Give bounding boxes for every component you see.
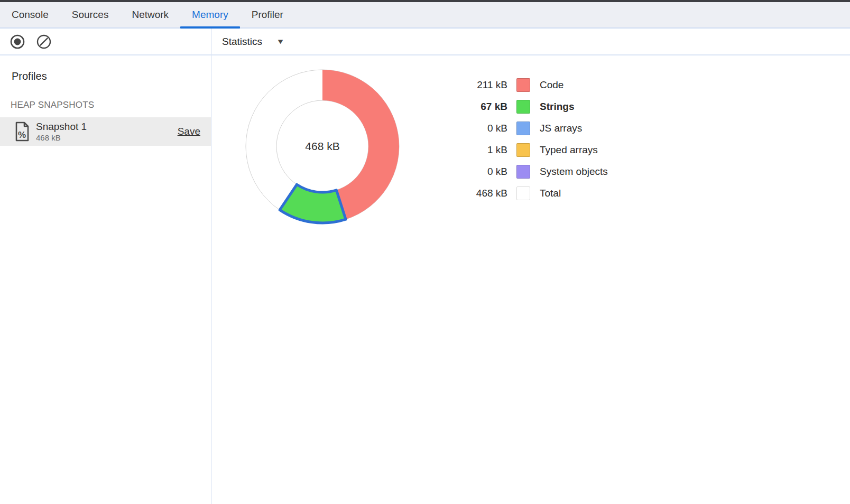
legend-swatch-system-objects [516, 165, 530, 179]
tab-sources[interactable]: Sources [60, 2, 121, 27]
legend-value: 1 kB [447, 144, 507, 156]
legend-row-system-objects[interactable]: 0 kBSystem objects [447, 161, 608, 182]
heap-snapshot-file-icon: % [15, 122, 30, 142]
legend-row-total[interactable]: 468 kBTotal [447, 182, 608, 204]
profiles-title: Profiles [0, 55, 211, 82]
view-toolbar: Statistics ▼ [211, 29, 850, 54]
snapshot-text: Snapshot 1 468 kB [36, 122, 178, 142]
legend-value: 0 kB [447, 166, 507, 178]
tab-console[interactable]: Console [0, 2, 60, 27]
save-link[interactable]: Save [178, 126, 200, 137]
legend-swatch-js-arrays [516, 122, 530, 135]
legend-value: 468 kB [447, 188, 507, 199]
chevron-down-icon: ▼ [276, 38, 284, 45]
heap-snapshots-heading: HEAP SNAPSHOTS [0, 82, 211, 117]
profiles-sidebar: Profiles HEAP SNAPSHOTS % Snapshot 1 468… [0, 55, 211, 504]
perspective-select[interactable]: Statistics ▼ [222, 36, 284, 48]
tab-bar: ConsoleSourcesNetworkMemoryProfiler [0, 2, 850, 29]
perspective-select-value: Statistics [222, 36, 262, 48]
legend-row-js-arrays[interactable]: 0 kBJS arrays [447, 117, 608, 139]
legend-label: Typed arrays [540, 144, 598, 156]
toolbar: Statistics ▼ [0, 29, 850, 55]
heap-donut-chart: 468 kB [238, 62, 407, 231]
snapshot-name: Snapshot 1 [36, 122, 178, 133]
profiler-toolbar [0, 29, 211, 54]
legend-swatch-total [516, 186, 530, 200]
tab-network[interactable]: Network [120, 2, 180, 27]
legend-label: Total [540, 188, 561, 199]
clear-icon [36, 34, 52, 50]
record-icon [10, 34, 25, 50]
legend-label: Code [540, 79, 563, 91]
clear-profiles-button[interactable] [36, 34, 52, 50]
devtools-window: ConsoleSourcesNetworkMemoryProfiler Stat… [0, 0, 850, 504]
legend-swatch-strings [516, 100, 530, 114]
svg-text:%: % [18, 130, 26, 140]
legend-label: JS arrays [540, 123, 582, 134]
sidebar-item-snapshot-1[interactable]: % Snapshot 1 468 kB Save [0, 117, 211, 146]
statistics-panel: 468 kB 211 kBCode67 kBStrings0 kBJS arra… [211, 55, 850, 504]
legend-label: System objects [540, 166, 608, 178]
snapshot-size: 468 kB [36, 134, 178, 142]
legend-value: 211 kB [447, 79, 507, 91]
legend-swatch-code [516, 78, 530, 92]
record-heap-snapshot-button[interactable] [10, 34, 25, 50]
legend-value: 67 kB [447, 101, 507, 113]
legend-value: 0 kB [447, 123, 507, 134]
panel-content: Profiles HEAP SNAPSHOTS % Snapshot 1 468… [0, 55, 850, 504]
legend-swatch-typed-arrays [516, 143, 530, 157]
legend-row-strings[interactable]: 67 kBStrings [447, 96, 608, 117]
legend-row-code[interactable]: 211 kBCode [447, 74, 608, 96]
tab-memory[interactable]: Memory [180, 2, 240, 27]
legend-label: Strings [540, 101, 574, 113]
tab-profiler[interactable]: Profiler [240, 2, 295, 27]
chart-legend: 211 kBCode67 kBStrings0 kBJS arrays1 kBT… [447, 74, 608, 204]
pie-slice-strings[interactable] [280, 184, 346, 223]
legend-row-typed-arrays[interactable]: 1 kBTyped arrays [447, 139, 608, 161]
